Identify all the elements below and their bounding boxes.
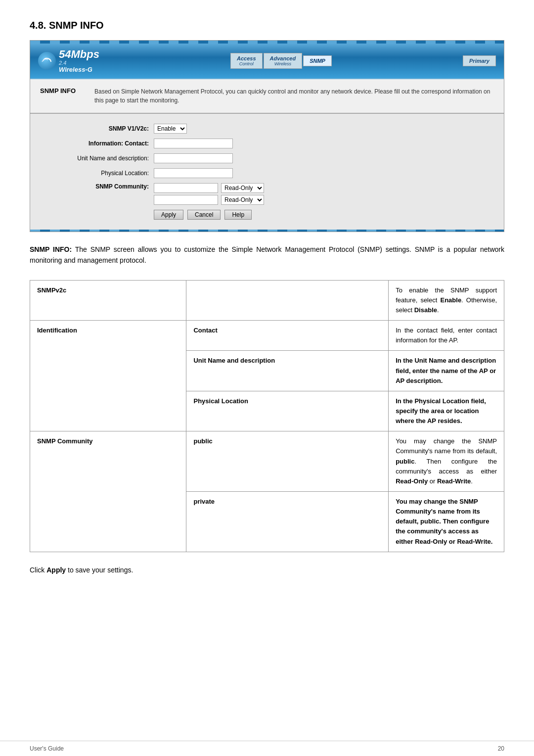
info-table: SNMPv2c To enable the SNMP support featu… <box>30 280 504 552</box>
table-cell-col2: Physical Location <box>186 391 389 431</box>
tab-access-label: Access <box>237 55 256 61</box>
footer-right: 20 <box>498 745 504 752</box>
router-panel: 54Mbps 2.4 Wireless-G Access Control Adv… <box>30 40 504 232</box>
community-input-1[interactable] <box>154 183 218 193</box>
table-cell-col3: You may change the SNMP Community's name… <box>389 492 504 552</box>
cancel-button[interactable]: Cancel <box>187 210 221 220</box>
community-access-select-1[interactable]: Read-Only Read-Write <box>221 183 264 193</box>
snmp-info-label: SNMP INFO <box>40 87 85 94</box>
form-section: SNMP V1/V2c: Enable Disable Information:… <box>30 113 504 230</box>
table-cell-col2: Contact <box>186 321 389 351</box>
router-header: 54Mbps 2.4 Wireless-G Access Control Adv… <box>30 44 504 78</box>
snmp-version-label: SNMP V1/V2c: <box>50 125 149 132</box>
brand-logo: 54Mbps 2.4 Wireless-G <box>38 49 99 73</box>
info-section: SNMP INFO Based on Simple Network Manage… <box>30 78 504 113</box>
community-field-row-2: Read-Only Read-Write <box>154 195 264 205</box>
snmp-version-row: SNMP V1/V2c: Enable Disable <box>50 124 484 134</box>
tab-advanced-wireless[interactable]: Advanced Wireless <box>264 53 303 69</box>
contact-label: Information: Contact: <box>50 140 149 147</box>
community-access-select-2[interactable]: Read-Only Read-Write <box>221 195 264 205</box>
tab-access-control[interactable]: Access Control <box>230 53 263 69</box>
contact-input[interactable] <box>154 139 233 148</box>
contact-row: Information: Contact: <box>50 139 484 148</box>
primary-badge: Primary <box>463 55 496 66</box>
unit-name-input[interactable] <box>154 153 233 163</box>
table-row: SNMPv2c To enable the SNMP support featu… <box>30 280 504 320</box>
brand-sub: 2.4 <box>59 60 99 66</box>
unit-name-label: Unit Name and description: <box>50 155 149 162</box>
table-row: Identification Contact In the contact fi… <box>30 321 504 351</box>
snmp-info-text: Based on Simple Network Management Proto… <box>94 87 494 105</box>
click-apply-suffix: to save your settings. <box>66 566 133 574</box>
table-cell-col1: Identification <box>30 321 186 431</box>
community-fields: Read-Only Read-Write Read-Only Read-Writ… <box>154 183 264 205</box>
table-cell-col2: public <box>186 431 389 492</box>
community-input-2[interactable] <box>154 195 218 205</box>
table-cell-col3: In the Unit Name and description field, … <box>389 351 504 391</box>
table-cell-col3: You may change the SNMP Community's name… <box>389 431 504 492</box>
apply-button[interactable]: Apply <box>154 210 183 220</box>
tab-access-sublabel: Control <box>237 61 256 66</box>
table-cell-col1: SNMPv2c <box>30 280 186 320</box>
tab-snmp-label: SNMP <box>310 58 325 64</box>
community-field-row-1: Read-Only Read-Write <box>154 183 264 193</box>
nav-tabs: Access Control Advanced Wireless SNMP <box>230 53 332 69</box>
physical-location-row: Physical Location: <box>50 168 484 178</box>
click-apply-bold: Apply <box>46 566 66 574</box>
physical-location-label: Physical Location: <box>50 170 149 177</box>
table-cell-col2: private <box>186 492 389 552</box>
click-apply-text: Click Apply to save your settings. <box>30 566 504 574</box>
page-title: 4.8. SNMP INFO <box>30 20 504 31</box>
tab-snmp[interactable]: SNMP <box>303 55 332 66</box>
tab-advanced-label: Advanced <box>270 55 296 61</box>
brand-name: 54Mbps <box>59 49 99 60</box>
button-row: Apply Cancel Help <box>154 210 484 220</box>
footer-left: User's Guide <box>30 745 64 752</box>
unit-name-row: Unit Name and description: <box>50 153 484 163</box>
footer-bar: User's Guide 20 <box>0 741 534 756</box>
table-cell-col1: SNMP Community <box>30 431 186 552</box>
table-cell-col3: In the Physical Location field, specify … <box>389 391 504 431</box>
tab-advanced-sublabel: Wireless <box>270 61 296 66</box>
stripe-bar-bottom <box>30 230 504 232</box>
table-cell-col2: Unit Name and description <box>186 351 389 391</box>
table-cell-col3: In the contact field, enter contact info… <box>389 321 504 351</box>
click-apply-prefix: Click <box>30 566 46 574</box>
community-label: SNMP Community: <box>50 183 149 190</box>
physical-location-input[interactable] <box>154 168 233 178</box>
snmp-version-select[interactable]: Enable Disable <box>154 124 187 134</box>
community-row: SNMP Community: Read-Only Read-Write Rea… <box>50 183 484 205</box>
logo-circle <box>38 52 56 70</box>
description-bold: SNMP INFO: <box>30 245 72 253</box>
table-row: SNMP Community public You may change the… <box>30 431 504 492</box>
table-cell-col3: To enable the SNMP support feature, sele… <box>389 280 504 320</box>
description-text: The SNMP screen allows you to customize … <box>30 245 504 264</box>
description-paragraph: SNMP INFO: The SNMP screen allows you to… <box>30 244 504 266</box>
table-cell-col2 <box>186 280 389 320</box>
brand-model: Wireless-G <box>59 66 99 73</box>
help-button[interactable]: Help <box>224 210 252 220</box>
